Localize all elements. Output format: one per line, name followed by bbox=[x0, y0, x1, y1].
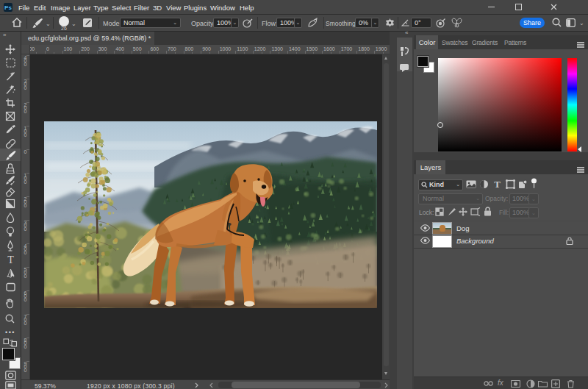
svg-text:T: T bbox=[7, 254, 14, 265]
svg-text:T: T bbox=[494, 179, 501, 189]
